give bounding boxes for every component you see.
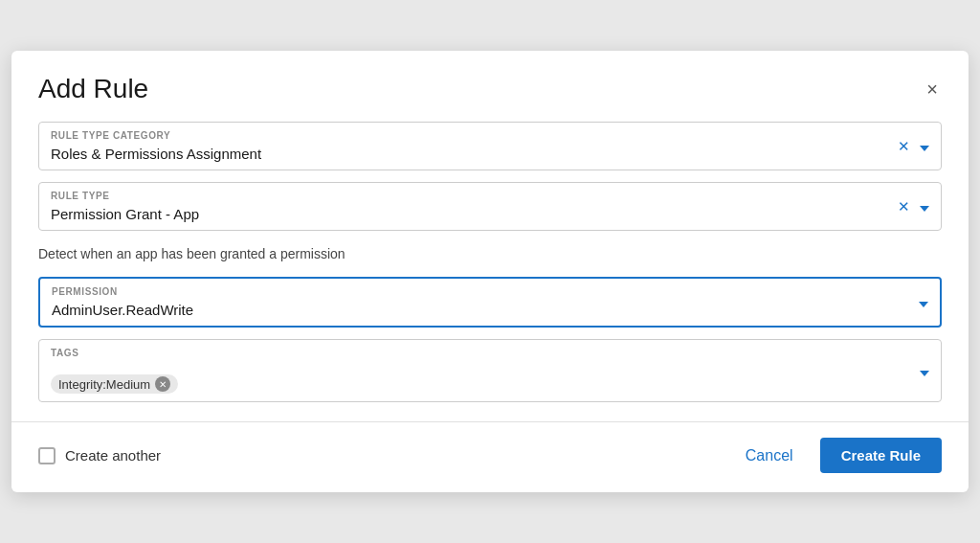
permission-input[interactable] <box>52 302 911 318</box>
rule-type-icons: ✕ <box>898 198 929 215</box>
tag-chip-integrity-medium: Integrity:Medium ✕ <box>51 374 178 394</box>
rule-type-chevron-icon[interactable] <box>920 198 929 215</box>
rule-type-category-field[interactable]: RULE TYPE CATEGORY Roles & Permissions A… <box>38 122 942 170</box>
rule-type-value: Permission Grant - App <box>51 206 890 222</box>
footer-right: Cancel Create Rule <box>730 438 942 473</box>
rule-type-category-chevron-icon[interactable] <box>920 138 929 154</box>
tag-chip-label: Integrity:Medium <box>58 377 150 392</box>
tag-chip-remove-icon[interactable]: ✕ <box>155 376 170 392</box>
create-another-checkbox[interactable] <box>38 447 56 464</box>
rule-type-category-value: Roles & Permissions Assignment <box>51 146 890 162</box>
permission-icons <box>919 294 928 310</box>
tags-field[interactable]: TAGS Integrity:Medium ✕ <box>38 339 942 402</box>
permission-chevron-icon[interactable] <box>919 294 928 310</box>
modal-overlay: Add Rule × RULE TYPE CATEGORY Roles & Pe… <box>0 0 980 543</box>
rule-type-clear-icon[interactable]: ✕ <box>898 198 910 215</box>
rule-type-category-label: RULE TYPE CATEGORY <box>51 130 170 141</box>
rule-type-category-clear-icon[interactable]: ✕ <box>898 138 910 155</box>
tags-value-container: Integrity:Medium ✕ <box>51 357 912 394</box>
permission-label: PERMISSION <box>52 286 118 297</box>
modal-title: Add Rule <box>38 74 148 104</box>
permission-field[interactable]: PERMISSION <box>38 277 942 328</box>
tags-chevron-icon[interactable] <box>920 363 929 379</box>
modal-body: RULE TYPE CATEGORY Roles & Permissions A… <box>11 122 969 421</box>
create-another-label[interactable]: Create another <box>65 447 161 464</box>
modal-footer: Create another Cancel Create Rule <box>11 421 969 492</box>
tags-icons <box>920 363 929 379</box>
rule-type-label: RULE TYPE <box>51 191 110 201</box>
cancel-button[interactable]: Cancel <box>730 440 809 472</box>
add-rule-modal: Add Rule × RULE TYPE CATEGORY Roles & Pe… <box>11 51 969 492</box>
tags-label: TAGS <box>51 348 78 358</box>
rule-type-category-icons: ✕ <box>898 138 929 155</box>
footer-left: Create another <box>38 447 161 464</box>
modal-header: Add Rule × <box>11 51 969 122</box>
description-text: Detect when an app has been granted a pe… <box>38 242 942 265</box>
rule-type-field[interactable]: RULE TYPE Permission Grant - App ✕ <box>38 182 942 231</box>
close-button[interactable]: × <box>923 76 942 102</box>
create-rule-button[interactable]: Create Rule <box>820 438 942 473</box>
